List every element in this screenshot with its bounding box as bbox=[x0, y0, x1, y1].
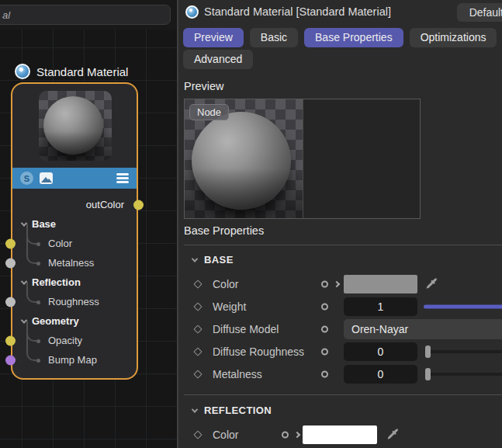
metalness-label: Metalness bbox=[213, 368, 262, 380]
tab-bar: Preview Basic Base Properties Optimizati… bbox=[183, 28, 497, 47]
chevron-right-icon[interactable] bbox=[294, 431, 300, 437]
base-properties-section-title: Base Properties bbox=[184, 224, 264, 237]
input-roughness-label: Roughness bbox=[48, 296, 99, 307]
input-metalness-row: Metalness bbox=[12, 253, 137, 273]
node-title[interactable]: Standard Material bbox=[15, 64, 128, 79]
diffuse-roughness-label: Diffuse Roughness bbox=[213, 346, 304, 358]
chevron-down-icon[interactable] bbox=[192, 406, 198, 412]
port-circle-icon[interactable] bbox=[321, 325, 328, 332]
reflection-color-label: Color bbox=[213, 429, 238, 441]
inspector-title: Standard Material [Standard Material] bbox=[204, 5, 391, 18]
out-color-label: outColor bbox=[86, 199, 124, 210]
input-color-label: Color bbox=[48, 238, 72, 249]
standard-material-node[interactable]: S outColor Base Co bbox=[11, 82, 138, 380]
port-circle-icon[interactable] bbox=[321, 303, 328, 310]
group-geometry-label: Geometry bbox=[32, 315, 79, 327]
input-bumpmap-port[interactable] bbox=[5, 355, 16, 365]
tree-branch bbox=[26, 282, 36, 303]
keyframe-diamond-icon[interactable] bbox=[193, 280, 202, 288]
input-opacity-label: Opacity bbox=[48, 335, 82, 346]
attribute-inspector-panel: Standard Material [Standard Material] De… bbox=[177, 0, 502, 448]
inspector-header: Standard Material [Standard Material] De… bbox=[178, 0, 502, 25]
out-color-port[interactable] bbox=[133, 200, 144, 210]
row-diffuse-model: Diffuse Model Oren-Nayar bbox=[178, 318, 502, 340]
row-base-color: Color bbox=[178, 273, 502, 295]
group-reflection-title: REFLECTION bbox=[204, 405, 272, 416]
keyframe-diamond-icon[interactable] bbox=[193, 370, 202, 378]
reflection-color-swatch[interactable] bbox=[303, 425, 377, 444]
default-button[interactable]: Default bbox=[457, 3, 502, 22]
group-base-title: BASE bbox=[204, 254, 234, 266]
input-roughness-row: Roughness bbox=[12, 292, 137, 311]
divider bbox=[184, 394, 502, 395]
input-metalness-label: Metalness bbox=[48, 257, 94, 269]
node-title-label: Standard Material bbox=[36, 65, 128, 78]
input-bumpmap-label: Bump Map bbox=[48, 354, 97, 366]
node-material-preview bbox=[39, 91, 112, 161]
weight-slider[interactable] bbox=[424, 304, 502, 308]
input-roughness-port[interactable] bbox=[5, 297, 16, 307]
node-graph-canvas[interactable]: Standard Material S outColor bbox=[0, 0, 177, 448]
chevron-down-icon[interactable] bbox=[192, 255, 198, 262]
input-metalness-port[interactable] bbox=[5, 258, 16, 268]
metalness-value-field[interactable]: 0 bbox=[344, 365, 417, 384]
preview-render: Node bbox=[185, 99, 303, 218]
divider bbox=[184, 245, 502, 245]
image-icon bbox=[40, 172, 53, 184]
preview-node-badge: Node bbox=[189, 104, 229, 120]
chevron-right-icon[interactable] bbox=[334, 280, 340, 287]
port-circle-icon[interactable] bbox=[321, 348, 328, 355]
keyframe-diamond-icon[interactable] bbox=[193, 347, 202, 356]
group-header-base[interactable]: BASE bbox=[192, 254, 234, 266]
base-color-swatch[interactable] bbox=[344, 275, 417, 293]
material-ball-icon bbox=[15, 64, 30, 79]
tab-base-properties[interactable]: Base Properties bbox=[304, 28, 403, 47]
weight-label: Weight bbox=[213, 300, 246, 313]
group-reflection-label: Reflection bbox=[32, 276, 81, 288]
port-circle-icon[interactable] bbox=[321, 280, 328, 287]
tab-optimizations[interactable]: Optimizations bbox=[410, 28, 497, 47]
out-color-row: outColor bbox=[12, 195, 137, 214]
row-diffuse-roughness: Diffuse Roughness 0 bbox=[178, 340, 502, 363]
tab-basic[interactable]: Basic bbox=[250, 28, 298, 47]
node-editor-window: Standard Material S outColor bbox=[0, 0, 502, 448]
diffuse-model-dropdown[interactable]: Oren-Nayar bbox=[344, 319, 502, 339]
search-input[interactable] bbox=[0, 5, 171, 25]
tab-advanced[interactable]: Advanced bbox=[183, 50, 253, 69]
diffuse-model-label: Diffuse Model bbox=[213, 323, 279, 335]
input-bumpmap-row: Bump Map bbox=[12, 350, 137, 370]
row-metalness: Metalness 0 bbox=[178, 363, 502, 385]
input-color-port[interactable] bbox=[5, 238, 16, 248]
thumbnail-shading bbox=[39, 91, 112, 161]
eyedropper-icon[interactable] bbox=[425, 277, 439, 291]
diffuse-roughness-slider-handle[interactable] bbox=[425, 346, 431, 358]
metalness-slider-track[interactable] bbox=[429, 373, 502, 376]
diffuse-roughness-value-field[interactable]: 0 bbox=[344, 342, 417, 361]
tab-bar-row2: Advanced bbox=[183, 50, 253, 69]
tree-branch bbox=[26, 321, 36, 361]
preview-section-title: Preview bbox=[184, 80, 224, 92]
group-header-reflection[interactable]: REFLECTION bbox=[192, 405, 272, 416]
node-port-list: outColor Base Color Metalness bbox=[12, 195, 137, 370]
material-ball-icon bbox=[185, 5, 199, 19]
row-base-weight: Weight 1 bbox=[178, 295, 502, 318]
node-header-bar: S bbox=[12, 168, 137, 189]
port-circle-icon[interactable] bbox=[321, 370, 328, 377]
diffuse-roughness-slider-track[interactable] bbox=[429, 350, 502, 353]
shader-badge-icon: S bbox=[20, 172, 33, 185]
weight-value-field[interactable]: 1 bbox=[344, 297, 417, 316]
tree-branch bbox=[26, 224, 36, 264]
metalness-slider-handle[interactable] bbox=[425, 368, 431, 380]
keyframe-diamond-icon[interactable] bbox=[193, 302, 202, 311]
input-opacity-port[interactable] bbox=[5, 335, 16, 346]
eyedropper-icon[interactable] bbox=[386, 428, 400, 442]
preview-viewport: Node bbox=[184, 99, 421, 219]
keyframe-diamond-icon[interactable] bbox=[193, 430, 202, 439]
port-circle-icon[interactable] bbox=[282, 431, 289, 438]
base-color-label: Color bbox=[213, 278, 238, 290]
keyframe-diamond-icon[interactable] bbox=[193, 325, 202, 333]
row-reflection-color: Color bbox=[178, 423, 502, 446]
tab-preview[interactable]: Preview bbox=[183, 28, 244, 47]
node-menu-icon[interactable] bbox=[116, 173, 129, 183]
